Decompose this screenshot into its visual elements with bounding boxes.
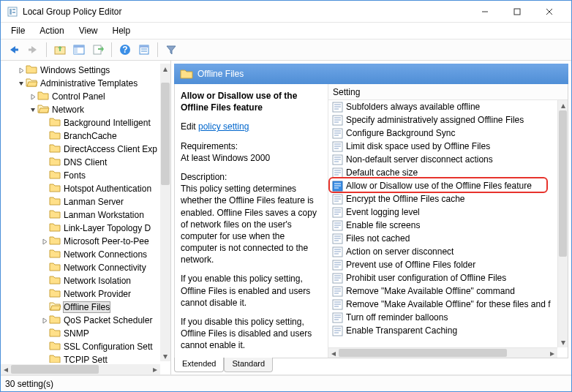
settings-header-label: Setting [333,87,360,97]
list-vertical-scrollbar[interactable]: ▴ ▾ [557,100,568,347]
view-tabs: Extended Standard [174,358,571,374]
tree-item[interactable]: SNMP [2,327,159,340]
setting-row[interactable]: Turn off reminder balloons [328,311,557,324]
chevron-down-icon[interactable] [29,107,37,113]
tree-item[interactable]: Network [2,103,159,116]
tree-item[interactable]: Administrative Templates [2,77,159,90]
setting-row[interactable]: Default cache size [328,166,557,179]
chevron-right-icon[interactable] [29,94,37,100]
policy-icon [331,167,343,178]
setting-row[interactable]: Action on server disconnect [328,245,557,258]
tree-item-label: Lanman Workstation [64,210,144,220]
setting-row[interactable]: Encrypt the Offline Files cache [328,192,557,206]
chevron-right-icon[interactable] [40,238,49,245]
help-button[interactable]: ? [116,41,134,59]
tree-item-label: Network [52,105,84,115]
menu-file[interactable]: File [5,24,31,37]
close-button[interactable] [533,1,565,23]
setting-row[interactable]: Specify administratively assigned Offlin… [328,113,557,127]
setting-row[interactable]: Configure Background Sync [328,127,557,140]
setting-row[interactable]: Prohibit user configuration of Offline F… [328,271,557,284]
back-button[interactable] [5,41,23,59]
titlebar: Local Group Policy Editor [1,1,571,23]
setting-row[interactable]: Allow or Disallow use of the Offline Fil… [328,179,557,192]
tree-item[interactable]: Hotspot Authentication [2,182,159,195]
up-button[interactable] [51,41,69,59]
setting-row[interactable]: Files not cached [328,232,557,245]
chevron-down-icon[interactable] [17,80,26,87]
setting-row[interactable]: Remove "Make Available Offline" for thes… [328,298,557,311]
tree-item-label: SSL Configuration Sett [64,342,153,352]
tree-item[interactable]: DirectAccess Client Exp [2,143,159,156]
app-icon [7,6,18,18]
menu-action[interactable]: Action [34,24,69,37]
tree-item[interactable]: Microsoft Peer-to-Pee [2,235,159,248]
scrollbar-thumb[interactable] [161,83,170,185]
tree-item[interactable]: Lanman Server [2,195,159,208]
menubar: File Action View Help [1,23,571,39]
setting-row[interactable]: Event logging level [328,206,557,219]
setting-row[interactable]: Enable file screens [328,219,557,232]
policy-icon [331,298,343,310]
list-horizontal-scrollbar[interactable]: ◂ ▸ [328,347,557,358]
setting-label: Encrypt the Offline Files cache [346,194,465,204]
filter-button[interactable] [162,41,180,59]
edit-policy-link[interactable]: policy setting [198,121,249,132]
tree-item[interactable]: Background Intelligent [2,116,159,129]
tree-item[interactable]: Network Connections [2,248,159,261]
tree-item[interactable]: TCPIP Sett [2,353,159,363]
setting-row[interactable]: Prevent use of Offline Files folder [328,258,557,271]
export-list-button[interactable] [89,41,107,59]
scrollbar-thumb[interactable] [339,349,507,357]
menu-help[interactable]: Help [107,24,137,37]
scrollbar-thumb[interactable] [11,365,99,374]
chevron-right-icon[interactable] [17,67,26,74]
folder-icon [49,209,64,222]
setting-label: Prohibit user configuration of Offline F… [346,273,506,283]
tree-item[interactable]: Control Panel [2,90,159,103]
tree-item[interactable]: Network Connectivity [2,261,159,274]
tree-item[interactable]: Link-Layer Topology D [2,222,159,235]
tree-item[interactable]: DNS Client [2,156,159,169]
tree-item[interactable]: QoS Packet Scheduler [2,314,159,327]
minimize-button[interactable] [469,1,501,23]
show-hide-tree-button[interactable] [70,41,88,59]
description-heading: Description: [181,171,322,183]
tree-item[interactable]: Lanman Workstation [2,208,159,222]
forward-button[interactable] [24,41,42,59]
svg-rect-18 [140,45,148,48]
requirements-heading: Requirements: [181,140,322,152]
edit-prefix: Edit [181,121,198,132]
maximize-button[interactable] [501,1,533,23]
setting-row[interactable]: Non-default server disconnect actions [328,153,557,166]
tree-item[interactable]: Network Provider [2,287,159,301]
policy-icon [331,325,343,336]
policy-icon [331,233,343,244]
tree-horizontal-scrollbar[interactable]: ◂ ▸ [1,364,160,374]
tree-item[interactable]: Windows Settings [2,64,159,77]
tree-item[interactable]: Network Isolation [2,274,159,287]
settings-column-header[interactable]: Setting [328,84,568,100]
setting-row[interactable]: Subfolders always available offline [328,100,557,113]
policy-icon [331,101,343,113]
toolbar: ? [1,39,571,61]
description-paragraph: If you enable this policy setting, Offli… [181,273,322,309]
menu-view[interactable]: View [73,24,104,37]
scrollbar-thumb[interactable] [559,110,567,257]
tree-item[interactable]: SSL Configuration Sett [2,340,159,353]
setting-label: Turn off reminder balloons [346,312,448,323]
properties-button[interactable] [135,41,153,59]
tree-item[interactable]: BranchCache [2,129,159,143]
folder-icon [49,170,64,182]
svg-rect-13 [74,48,78,54]
setting-row[interactable]: Limit disk space used by Offline Files [328,140,557,153]
tab-extended[interactable]: Extended [174,358,224,372]
tree-vertical-scrollbar[interactable]: ▴ ▾ [160,64,170,361]
setting-row[interactable]: Remove "Make Available Offline" command [328,284,557,298]
chevron-right-icon[interactable] [40,317,49,324]
tree-item[interactable]: Fonts [2,169,159,182]
setting-row[interactable]: Enable Transparent Caching [328,324,557,337]
setting-label: Specify administratively assigned Offlin… [346,115,524,125]
tree-item[interactable]: Offline Files [2,301,159,314]
tab-standard[interactable]: Standard [224,358,273,372]
